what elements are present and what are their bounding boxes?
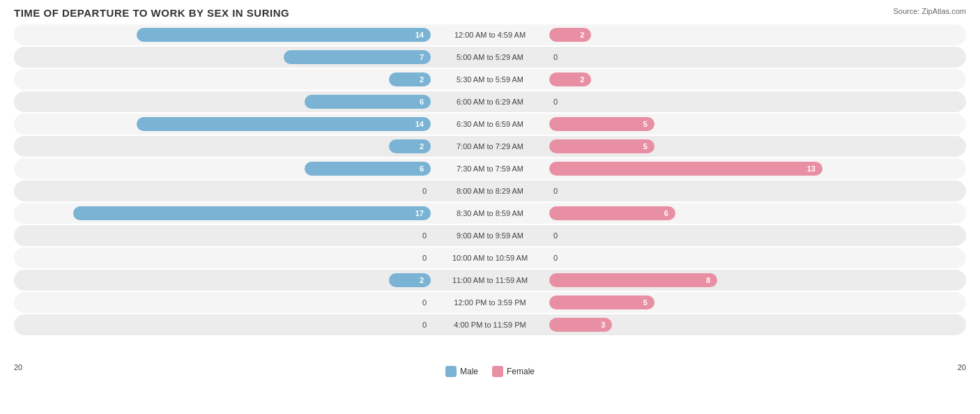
time-label: 8:00 AM to 8:29 AM	[434, 187, 546, 195]
table-row: 6 6:00 AM to 6:29 AM 0	[14, 91, 966, 112]
male-bar-container: 14	[14, 28, 431, 42]
male-bar-container: 0	[14, 298, 431, 307]
male-bar: 2	[389, 72, 431, 86]
male-value: 14	[415, 120, 424, 128]
table-row: 2 5:30 AM to 5:59 AM 2	[14, 69, 966, 90]
female-value: 5	[643, 142, 648, 151]
male-bar-container: 0	[14, 187, 431, 195]
time-label: 6:30 AM to 6:59 AM	[434, 120, 546, 128]
female-bar: 8	[549, 273, 717, 287]
male-bar: 6	[305, 95, 431, 109]
male-value: 2	[420, 276, 424, 284]
female-value: 2	[580, 75, 584, 84]
left-section: 7	[14, 50, 434, 64]
right-section: 8	[546, 273, 966, 287]
table-row: 0 8:00 AM to 8:29 AM 0	[14, 181, 966, 201]
right-section: 5	[546, 139, 966, 153]
right-section: 2	[546, 72, 966, 86]
left-section: 0	[14, 298, 434, 307]
right-section: 0	[546, 53, 966, 61]
left-section: 0	[14, 321, 434, 329]
legend-female: Female	[492, 366, 535, 377]
right-section: 0	[546, 254, 966, 262]
legend-male: Male	[445, 366, 478, 377]
female-bar: 5	[549, 117, 654, 131]
time-label: 12:00 AM to 4:59 AM	[434, 31, 546, 39]
table-row: 0 10:00 AM to 10:59 AM 0	[14, 247, 966, 268]
table-row: 14 12:00 AM to 4:59 AM 2	[14, 24, 966, 45]
female-value: 0	[553, 53, 558, 61]
female-bar-container: 5	[549, 296, 966, 309]
time-label: 5:00 AM to 5:29 AM	[434, 53, 546, 61]
right-section: 6	[546, 206, 966, 220]
left-section: 6	[14, 95, 434, 109]
female-value: 0	[553, 187, 558, 195]
male-value: 0	[422, 298, 427, 307]
male-bar-container: 2	[14, 139, 431, 153]
female-bar: 5	[549, 139, 654, 153]
female-bar-container: 5	[549, 139, 966, 153]
time-label: 7:00 AM to 7:29 AM	[434, 142, 546, 151]
legend-female-label: Female	[507, 367, 535, 376]
female-bar-container: 13	[549, 162, 966, 176]
male-bar-container: 6	[14, 95, 431, 109]
table-row: 0 9:00 AM to 9:59 AM 0	[14, 225, 966, 246]
left-section: 0	[14, 254, 434, 262]
female-bar-container: 0	[549, 53, 966, 61]
chart-container: TIME OF DEPARTURE TO WORK BY SEX IN SURI…	[0, 0, 980, 414]
table-row: 2 7:00 AM to 7:29 AM 5	[14, 136, 966, 157]
male-bar: 2	[389, 139, 431, 153]
female-value: 5	[643, 120, 648, 128]
male-value: 0	[422, 321, 427, 329]
male-bar-container: 0	[14, 231, 431, 240]
male-value: 7	[420, 53, 424, 61]
left-section: 0	[14, 231, 434, 240]
male-bar: 7	[284, 50, 431, 64]
table-row: 14 6:30 AM to 6:59 AM 5	[14, 114, 966, 135]
female-bar-container: 0	[549, 187, 966, 195]
time-label: 10:00 AM to 10:59 AM	[434, 254, 546, 262]
male-value: 17	[415, 209, 424, 217]
male-bar-container: 0	[14, 321, 431, 329]
male-value: 0	[422, 187, 427, 195]
legend-female-box	[492, 366, 503, 377]
male-value: 0	[422, 254, 427, 262]
female-value: 8	[706, 276, 710, 284]
time-label: 12:00 PM to 3:59 PM	[434, 298, 546, 307]
chart-area: 14 12:00 AM to 4:59 AM 2 7	[14, 24, 966, 362]
table-row: 17 8:30 AM to 8:59 AM 6	[14, 203, 966, 224]
female-bar: 3	[549, 318, 612, 332]
left-section: 17	[14, 206, 434, 220]
female-bar-container: 8	[549, 273, 966, 287]
male-bar-container: 6	[14, 162, 431, 176]
female-value: 0	[553, 98, 558, 106]
legend-male-box	[445, 366, 457, 377]
table-row: 2 11:00 AM to 11:59 AM 8	[14, 270, 966, 291]
male-value: 6	[420, 98, 424, 106]
right-section: 3	[546, 318, 966, 332]
male-bar-container: 2	[14, 273, 431, 287]
female-value: 5	[643, 298, 648, 307]
female-bar-container: 5	[549, 117, 966, 131]
male-bar: 14	[137, 117, 431, 131]
time-label: 6:00 AM to 6:29 AM	[434, 98, 546, 106]
female-bar-container: 0	[549, 254, 966, 262]
time-label: 11:00 AM to 11:59 AM	[434, 276, 546, 284]
time-label: 9:00 AM to 9:59 AM	[434, 231, 546, 240]
male-value: 6	[420, 164, 424, 173]
female-bar: 5	[549, 296, 654, 309]
female-bar-container: 6	[549, 206, 966, 220]
table-row: 6 7:30 AM to 7:59 AM 13	[14, 158, 966, 179]
female-bar-container: 3	[549, 318, 966, 332]
right-section: 0	[546, 98, 966, 106]
female-bar-container: 2	[549, 72, 966, 86]
table-row: 0 4:00 PM to 11:59 PM 3	[14, 314, 966, 335]
left-section: 6	[14, 162, 434, 176]
female-value: 3	[601, 321, 605, 329]
axis-right-label: 20	[958, 363, 966, 377]
female-bar-container: 0	[549, 231, 966, 240]
left-section: 2	[14, 273, 434, 287]
time-label: 4:00 PM to 11:59 PM	[434, 321, 546, 329]
male-value: 0	[422, 231, 427, 240]
female-value: 6	[664, 209, 668, 217]
